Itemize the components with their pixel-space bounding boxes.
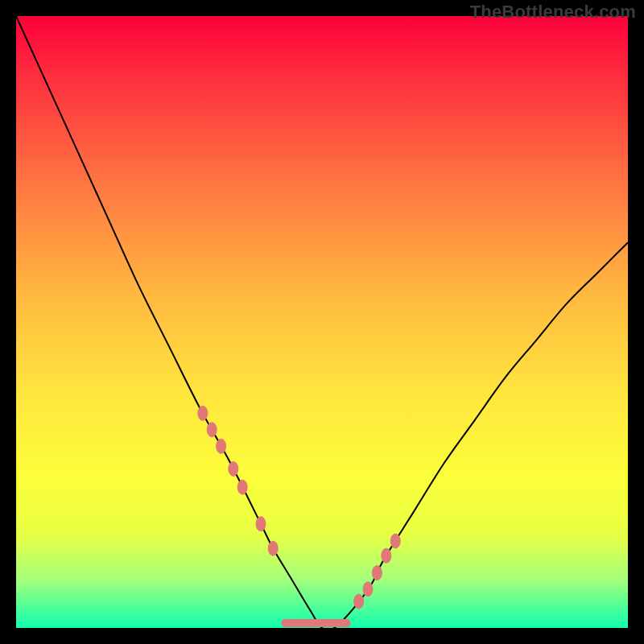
bottleneck-curve bbox=[16, 16, 628, 630]
chart-svg bbox=[16, 16, 628, 628]
curve-marker bbox=[390, 534, 400, 548]
curve-marker bbox=[207, 423, 217, 437]
curve-marker bbox=[382, 548, 391, 563]
watermark-text: TheBottleneck.com bbox=[470, 2, 636, 23]
chart-plot-area bbox=[16, 16, 628, 628]
curve-marker bbox=[217, 439, 226, 453]
curve-marker bbox=[256, 517, 266, 531]
curve-marker bbox=[363, 582, 373, 597]
curve-marker bbox=[198, 406, 208, 420]
curve-marker bbox=[354, 594, 364, 609]
curve-marker bbox=[237, 480, 247, 494]
curve-marker bbox=[229, 461, 238, 476]
chart-frame: TheBottleneck.com bbox=[0, 0, 644, 644]
curve-marker bbox=[268, 541, 278, 555]
curve-markers bbox=[198, 406, 400, 609]
curve-marker bbox=[372, 566, 382, 580]
